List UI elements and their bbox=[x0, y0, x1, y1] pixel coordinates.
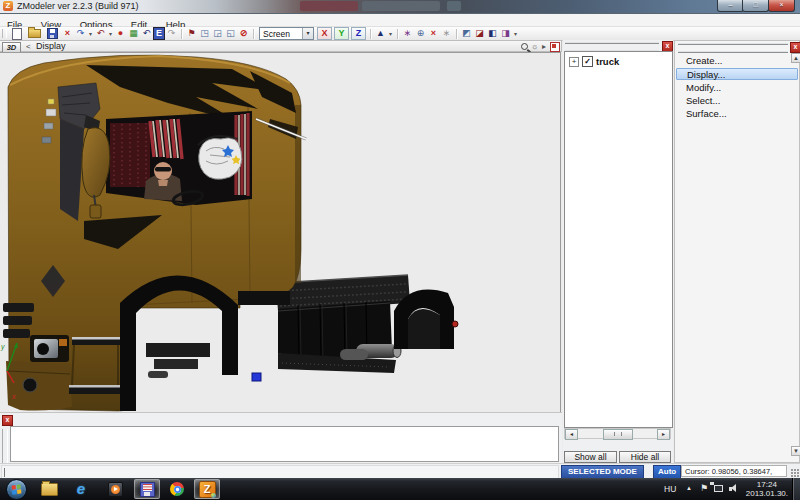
tray-hidden-icons-arrow[interactable]: ▲ bbox=[686, 485, 692, 491]
status-caret bbox=[4, 468, 5, 477]
taskbar-internet-explorer-icon[interactable]: e bbox=[68, 479, 94, 499]
export-dropdown-icon[interactable]: ▾ bbox=[107, 30, 114, 37]
command-display[interactable]: Display... bbox=[676, 68, 798, 80]
close-button[interactable]: × bbox=[768, 0, 795, 12]
maximize-button[interactable]: □ bbox=[742, 0, 769, 12]
title-bar: Z ZModeler ver 2.2.3 (Build 971) – □ × bbox=[0, 0, 800, 14]
show-all-button[interactable]: Show all bbox=[564, 451, 617, 463]
action-center-flag-icon[interactable]: ⚑ bbox=[700, 483, 708, 493]
maximize-viewport-icon[interactable] bbox=[550, 42, 560, 52]
taskbar-media-player-icon[interactable] bbox=[102, 479, 128, 499]
new-file-icon[interactable] bbox=[12, 28, 22, 40]
show-desktop-button[interactable] bbox=[792, 478, 800, 500]
delete-icon[interactable]: × bbox=[61, 28, 74, 39]
truck-model[interactable]: x y bbox=[0, 53, 560, 412]
taskbar-zmodeler-icon[interactable]: Z bbox=[194, 479, 220, 499]
texture-browser-icon[interactable]: ▦ bbox=[127, 28, 140, 39]
scene-tree-panel: x + ✓ truck ◂ ▸ Show all Hide all bbox=[563, 40, 673, 463]
viewport-header: 3D < Display ☼ ▸ bbox=[0, 40, 562, 52]
grille bbox=[3, 303, 34, 338]
restrict-selection-icon[interactable]: ⊘ bbox=[237, 28, 250, 39]
toolbar-separator bbox=[456, 29, 457, 39]
headlight bbox=[30, 335, 69, 362]
hide-all-button[interactable]: Hide all bbox=[619, 451, 671, 463]
vertex-mode-icon[interactable]: ⚑ bbox=[185, 28, 198, 39]
status-cursor-readout: Cursor: 0.98056, 0.38647, 1.05305 bbox=[681, 465, 787, 477]
rotate-tool-icon[interactable]: × bbox=[427, 28, 440, 39]
scroll-left-icon[interactable]: ◂ bbox=[565, 429, 578, 440]
tray-language-indicator[interactable]: HU bbox=[664, 484, 676, 494]
output-log-panel: x bbox=[0, 412, 562, 464]
tree-item-truck[interactable]: + ✓ truck bbox=[569, 56, 669, 66]
tree-item-label: truck bbox=[596, 56, 619, 67]
gizmo-cone-icon[interactable]: ▲ bbox=[374, 28, 387, 39]
resize-grip[interactable] bbox=[791, 469, 799, 478]
minimize-button[interactable]: – bbox=[717, 0, 744, 12]
log-close-icon[interactable]: x bbox=[2, 415, 13, 426]
taskbar-explorer-icon[interactable] bbox=[36, 479, 62, 499]
commands-panel-grabber[interactable] bbox=[678, 43, 788, 53]
bones-tool-3-icon[interactable]: ◧ bbox=[486, 28, 499, 39]
zoom-icon[interactable] bbox=[521, 43, 528, 50]
screen-space-combo[interactable]: Screen ▾ bbox=[259, 27, 314, 40]
axis-y-button[interactable]: Y bbox=[334, 27, 349, 40]
axis-z-button[interactable]: Z bbox=[351, 27, 366, 40]
edge-mode-icon[interactable]: ◳ bbox=[198, 28, 211, 39]
scroll-right-icon[interactable]: ▸ bbox=[657, 429, 670, 440]
gizmo-dropdown-icon[interactable]: ▾ bbox=[387, 30, 394, 37]
scale-tool-icon[interactable]: ∗ bbox=[440, 28, 453, 39]
command-surface[interactable]: Surface... bbox=[676, 108, 798, 120]
tree-expand-icon[interactable]: + bbox=[569, 57, 579, 67]
screen-space-combo-value: Screen bbox=[260, 29, 302, 39]
toolbar-grabber[interactable] bbox=[2, 29, 7, 38]
manipulator-icon[interactable]: ∗ bbox=[401, 28, 414, 39]
status-auto-toggle[interactable]: Auto bbox=[653, 465, 681, 479]
taskbar-chrome-icon[interactable] bbox=[164, 479, 190, 499]
save-file-icon[interactable] bbox=[47, 28, 58, 39]
viewport-back-arrow[interactable]: < bbox=[26, 41, 31, 52]
commands-panel: x ▲ Create... Display... Modify... Selec… bbox=[674, 40, 800, 463]
selection-cube bbox=[252, 373, 261, 381]
taskbar-save-app-icon[interactable] bbox=[134, 479, 160, 499]
script-editor-icon[interactable]: E bbox=[153, 27, 165, 40]
svg-text:y: y bbox=[0, 343, 5, 351]
scene-tree: + ✓ truck bbox=[564, 51, 673, 428]
status-mode-badge[interactable]: SELECTED MODE bbox=[561, 465, 644, 479]
open-file-icon[interactable] bbox=[28, 29, 41, 38]
command-create[interactable]: Create... bbox=[676, 55, 798, 67]
status-message-area bbox=[1, 465, 559, 479]
background-window-ghost-tab bbox=[447, 1, 461, 11]
tray-date: 2013.01.30. bbox=[746, 489, 788, 498]
redo-icon[interactable]: ↷ bbox=[165, 28, 178, 39]
tree-horizontal-scrollbar[interactable]: ◂ ▸ bbox=[564, 428, 671, 439]
bones-tool-1-icon[interactable]: ◩ bbox=[460, 28, 473, 39]
command-modify[interactable]: Modify... bbox=[676, 82, 798, 94]
start-button[interactable] bbox=[6, 479, 27, 500]
axis-x-button[interactable]: X bbox=[317, 27, 332, 40]
bones-tool-2-icon[interactable]: ◪ bbox=[473, 28, 486, 39]
toolbar-separator bbox=[253, 29, 254, 39]
viewport-3d-canvas[interactable]: x y bbox=[0, 52, 561, 412]
undo-icon[interactable]: ↶ bbox=[140, 28, 153, 39]
scroll-down-icon[interactable]: ▼ bbox=[791, 446, 800, 456]
import-icon[interactable]: ↷ bbox=[74, 28, 87, 39]
viewport-view-selector[interactable]: Display bbox=[36, 41, 66, 52]
commands-close-icon[interactable]: x bbox=[790, 42, 800, 53]
bones-tool-4-icon[interactable]: ◨ bbox=[499, 28, 512, 39]
face-mode-icon[interactable]: ◲ bbox=[211, 28, 224, 39]
command-select[interactable]: Select... bbox=[676, 95, 798, 107]
tree-visibility-checkbox[interactable]: ✓ bbox=[582, 56, 593, 67]
poly-mode-icon[interactable]: ◱ bbox=[224, 28, 237, 39]
front-bumper bbox=[6, 361, 72, 411]
import-dropdown-icon[interactable]: ▾ bbox=[87, 30, 94, 37]
material-editor-icon[interactable]: ● bbox=[114, 28, 127, 39]
export-icon[interactable]: ↶ bbox=[94, 28, 107, 39]
pointer-icon[interactable]: ▸ bbox=[539, 42, 549, 51]
combo-dropdown-icon[interactable]: ▾ bbox=[302, 28, 313, 39]
move-tool-icon[interactable]: ⊕ bbox=[414, 28, 427, 39]
menu-bar: File View Options Edit Help bbox=[0, 14, 800, 27]
toolbar-separator bbox=[397, 29, 398, 39]
tray-clock[interactable]: 17:24 2013.01.30. bbox=[746, 480, 788, 498]
scrollbar-thumb[interactable] bbox=[603, 429, 633, 440]
bones-dropdown-icon[interactable]: ▾ bbox=[512, 30, 519, 37]
